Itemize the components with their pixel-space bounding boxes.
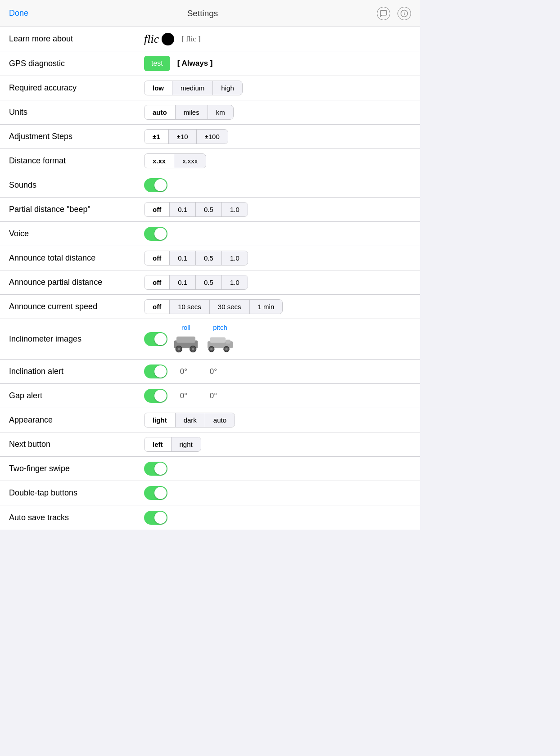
segmented-control: off0.10.51.0 [144,251,248,266]
row-label: Sounds [9,180,144,190]
chat-icon[interactable] [377,7,390,20]
toggle-switch[interactable] [144,462,167,476]
toggle-switch[interactable] [144,178,167,192]
segmented-control: off10 secs30 secs1 min [144,299,283,314]
row-label: Next button [9,440,144,449]
row-controls: ±1±10±100 [144,129,228,144]
row-label: Announce total distance [9,253,144,263]
settings-row-announce-partial: Announce partial distanceoff0.10.51.0 [0,270,420,295]
row-controls: off10 secs30 secs1 min [144,299,283,314]
seg-option[interactable]: ±1 [145,130,169,144]
flic-text: flic [144,33,159,45]
seg-option[interactable]: 0.1 [170,251,196,265]
flic-bracket[interactable]: [ flic ] [181,35,200,44]
settings-row-voice: Voice [0,222,420,246]
segmented-control: leftright [144,437,201,452]
row-controls [144,511,167,525]
row-label: Announce partial distance [9,278,144,287]
seg-option[interactable]: medium [172,81,213,95]
row-label: Adjustment Steps [9,132,144,141]
row-label: Inclinometer images [9,334,144,344]
settings-row-units: Unitsautomileskm [0,100,420,125]
seg-option[interactable]: high [213,81,242,95]
seg-option[interactable]: auto [145,105,176,119]
svg-rect-4 [176,337,195,343]
segmented-control: off0.10.51.0 [144,202,248,217]
seg-option[interactable]: miles [176,105,208,119]
segmented-control: off0.10.51.0 [144,275,248,290]
toggle-switch[interactable] [144,227,167,241]
seg-option[interactable]: 1.0 [222,251,248,265]
seg-option[interactable]: 30 secs [210,300,250,314]
seg-option[interactable]: right [172,437,201,451]
toggle-switch[interactable] [144,364,167,378]
nav-bar: Done Settings [0,0,420,27]
row-controls: 0°0° [144,389,227,403]
row-controls: off0.10.51.0 [144,275,248,290]
gps-test-button[interactable]: test [144,56,170,71]
roll-car-icon [170,332,202,355]
pitch-car-icon [204,332,236,355]
seg-option[interactable]: left [145,437,172,451]
seg-option[interactable]: 0.1 [170,202,196,216]
row-controls: lightdarkauto [144,413,235,428]
row-label: Required accuracy [9,83,144,93]
seg-option[interactable]: light [145,413,176,427]
seg-option[interactable]: off [145,251,170,265]
settings-row-inclinometer: Inclinometer imagesroll pitch [0,319,420,360]
row-label: Inclination alert [9,367,144,376]
seg-option[interactable]: x.xxx [174,154,206,168]
settings-row-two-finger-swipe: Two-finger swipe [0,457,420,481]
seg-option[interactable]: 0.1 [170,275,196,289]
seg-option[interactable]: ±10 [169,130,197,144]
seg-option[interactable]: dark [176,413,205,427]
row-label: Two-finger swipe [9,464,144,473]
seg-option[interactable]: 0.5 [196,251,222,265]
row-controls: automileskm [144,105,234,120]
settings-row-double-tap: Double-tap buttons [0,481,420,505]
seg-option[interactable]: off [145,202,170,216]
seg-option[interactable]: 1.0 [222,275,248,289]
toggle-switch[interactable] [144,332,167,346]
row-controls: test[ Always ] [144,56,213,71]
seg-option[interactable]: off [145,300,170,314]
svg-rect-11 [226,340,230,344]
nav-icons [377,7,411,20]
row-label: Auto save tracks [9,513,144,522]
toggle-switch[interactable] [144,486,167,500]
seg-option[interactable]: x.xx [145,154,174,168]
row-label: Appearance [9,415,144,425]
segmented-control: lowmediumhigh [144,81,243,95]
toggle-switch[interactable] [144,389,167,403]
flic-dot [162,33,174,45]
seg-option[interactable]: 0.5 [196,275,222,289]
seg-option[interactable]: 1.0 [222,202,248,216]
seg-option[interactable]: 10 secs [170,300,210,314]
svg-point-8 [192,348,194,350]
seg-option[interactable]: km [208,105,233,119]
row-controls: lowmediumhigh [144,81,243,95]
toggle-switch[interactable] [144,511,167,525]
row-controls [144,178,167,192]
segmented-control: ±1±10±100 [144,129,228,144]
row-controls: flic[ flic ] [144,33,201,45]
row-label: Partial distance "beep" [9,205,144,214]
seg-option[interactable]: 0.5 [196,202,222,216]
svg-rect-10 [210,337,226,342]
settings-row-appearance: Appearancelightdarkauto [0,408,420,432]
settings-row-announce-speed: Announce current speedoff10 secs30 secs1… [0,295,420,319]
seg-option[interactable]: low [145,81,172,95]
info-icon[interactable] [397,7,411,20]
row-controls: x.xxx.xxx [144,153,206,168]
seg-option[interactable]: ±100 [197,130,228,144]
row-label: Distance format [9,156,144,166]
seg-option[interactable]: off [145,275,170,289]
row-label: Announce current speed [9,302,144,311]
pitch-label: pitch [213,324,227,331]
done-button[interactable]: Done [9,9,28,18]
settings-row-next-button: Next buttonleftright [0,432,420,457]
roll-column: roll [170,324,202,355]
segmented-control: automileskm [144,105,234,120]
seg-option[interactable]: auto [205,413,235,427]
seg-option[interactable]: 1 min [250,300,283,314]
